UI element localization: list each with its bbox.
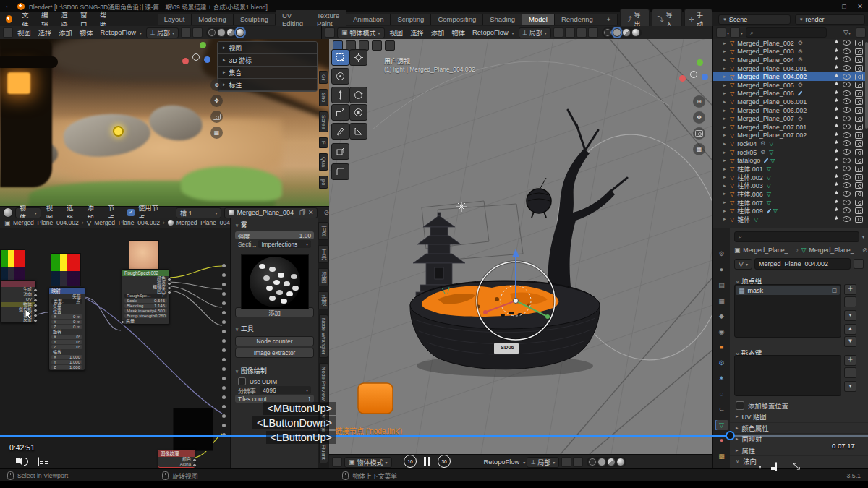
mapping-node[interactable]: 映射 矢量类型:点矢量位置X0 mY0 mZ0 m旋转X0°Y0°Z0°缩放X1… [48,287,85,371]
hide-render-icon[interactable] [855,149,863,155]
new-collection-icon[interactable] [856,27,866,38]
vertex-group-item[interactable]: ▦mask ⊡ [736,286,840,295]
material-slot-dropdown[interactable]: 槽 1▾ [176,207,222,218]
expand-arrow-icon[interactable]: ▸ [723,40,730,46]
side-tab[interactable]: Scree [319,111,328,133]
outliner-row[interactable]: ▸ ▽ 柱体.007 ▽ [713,198,868,207]
zoom-gizmo-icon[interactable]: ⊕ [693,95,705,108]
node-slider[interactable]: Bump strength0.260 [124,314,167,318]
side-tab[interactable]: F [319,137,328,148]
tool-add-cube[interactable] [331,143,349,160]
expand-arrow-icon[interactable]: ▸ [723,216,730,222]
camera-view-icon[interactable] [210,111,223,123]
shading-wireframe-icon[interactable] [208,28,216,37]
add-vertex-group-button[interactable]: ＋ [844,284,856,295]
tool-move[interactable] [331,87,349,103]
hide-render-icon[interactable] [855,48,863,55]
outliner-row[interactable]: ▸ ▽ Merged_Plane_007.001 [713,123,868,132]
object-name[interactable]: Merged_Plane_002 [737,40,794,47]
orange-cube-object[interactable] [358,383,393,414]
expand-arrow-icon[interactable]: ▸ [723,208,730,214]
outliner-row[interactable]: ▸ ▽ Merged_Plane_007.002 [713,132,868,140]
selectable-toggle-icon[interactable] [835,157,839,162]
hide-viewport-icon[interactable] [843,158,851,163]
hide-viewport-icon[interactable] [843,132,851,138]
node-field[interactable]: X0° [51,335,82,339]
rest-position-row[interactable]: 添加静置位置 [736,401,788,411]
object-name[interactable]: Merged_Plane_004 [737,56,794,64]
selectable-toggle-icon[interactable] [835,82,839,87]
viewport-menu-item[interactable]: 物体 [448,27,469,38]
tools-section-header[interactable]: ∨ 工具 [231,322,318,335]
expand-arrow-icon[interactable]: ▸ [723,90,730,96]
properties-tab[interactable]: ⚙ [715,358,728,368]
outliner-row[interactable]: ▸ ▽ Merged_Plane_005 ⚙ [713,81,868,90]
expand-arrow-icon[interactable]: ▸ [723,150,730,155]
pin-id-icon[interactable]: ⊘ [862,247,867,254]
side-tab[interactable]: Node Wrangler [319,314,328,358]
shape-key-specials-button[interactable]: ▾ [844,381,856,392]
outliner-row[interactable]: ▸ ▽ Merged_Plane_006.001 [713,98,868,106]
hide-viewport-icon[interactable] [843,107,851,113]
node-output-socket[interactable]: 法向 [1,292,35,297]
properties-filter-dropdown[interactable]: ▾ [862,234,864,239]
outliner-row[interactable]: ▸ ▽ Merged_Plane_006.002 [713,106,868,115]
object-name[interactable]: Merged_Plane_006.001 [737,98,807,106]
selectable-toggle-icon[interactable] [835,207,839,213]
viewport-menu-item[interactable]: 物体 [76,27,97,38]
selectable-toggle-icon[interactable] [835,166,839,171]
transform-orientation[interactable]: ⟂局部▾ [146,27,179,38]
side-tab[interactable]: 节点 [318,222,329,240]
selectable-toggle-icon[interactable] [835,107,839,112]
workspace-tab[interactable]: Animation [346,14,391,25]
workspace-tab[interactable]: Layout [158,14,192,25]
node-field[interactable]: 缩放 [49,350,85,355]
hide-render-icon[interactable] [855,82,863,88]
selectable-toggle-icon[interactable] [835,90,839,95]
fake-user-shield-icon[interactable] [854,259,864,269]
copy-material-icon[interactable]: 🗍 [299,209,306,216]
shading-rendered-icon[interactable] [616,458,625,466]
shading-rendered-icon[interactable] [236,28,244,37]
expand-arrow-icon[interactable]: ▸ [723,166,730,172]
properties-section-collapsed[interactable]: ▸颜色属性 [730,422,868,434]
video-back-arrow[interactable]: ← [4,1,12,9]
hide-viewport-icon[interactable] [843,174,851,180]
shader-type-dropdown[interactable]: 物体▾ [15,207,41,218]
pause-button[interactable] [424,457,430,466]
expand-arrow-icon[interactable]: ▸ [723,141,730,147]
selectable-toggle-icon[interactable] [835,182,839,187]
node-field[interactable]: Y1.000 [51,360,82,364]
outliner-row[interactable]: ▸ ▽ Merged_Plane_004.001 [713,64,868,73]
workspace-tab[interactable]: Shading [483,14,522,25]
selectable-toggle-icon[interactable] [835,190,839,195]
side-tab[interactable]: Qua [319,153,328,171]
outliner-row[interactable]: ▸ ▽ Merged_Plane_007 ⚙ [713,114,868,123]
tool-annotate[interactable] [331,123,349,140]
hide-render-icon[interactable] [855,107,863,114]
expand-arrow-icon[interactable]: ▸ [723,57,730,63]
selectable-toggle-icon[interactable] [835,56,839,61]
selectable-toggle-icon[interactable] [835,40,839,45]
proportional-edit-icon[interactable] [573,457,583,467]
node-slider[interactable]: Scale0.546 [124,299,167,303]
hide-viewport-icon[interactable] [843,124,851,129]
material-selector[interactable]: Merged_Plane_004🗍✕ [224,207,318,218]
object-name[interactable]: Merged_Plane_005 [737,82,794,89]
grid-toggle-icon[interactable]: ▦ [210,127,223,139]
resolution-dropdown[interactable]: 4096▾ [260,386,311,394]
hide-viewport-icon[interactable] [843,207,851,213]
pin-icon[interactable]: ⊘ [323,209,329,216]
node-field[interactable]: Z0 m [51,325,82,329]
hide-render-icon[interactable] [855,207,863,214]
breadcrumb-data[interactable]: Merged_Plane_... [809,247,859,254]
selectable-toggle-icon[interactable] [835,124,839,129]
vertex-groups-list[interactable]: ▦mask ⊡ [734,284,841,338]
expand-arrow-icon[interactable]: ▸ [723,132,730,138]
outliner-row[interactable]: ▸ ▽ rock04 ⚙ ▽ [713,140,868,148]
expand-arrow-icon[interactable]: ▸ [723,191,730,197]
tool-scale[interactable] [331,104,349,121]
outliner-filter-icon[interactable] [730,27,740,38]
snap-magnet-icon[interactable] [181,27,191,38]
properties-tab[interactable]: ⚙ [715,249,728,259]
